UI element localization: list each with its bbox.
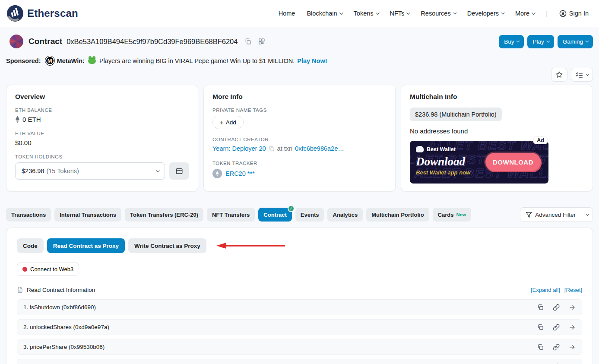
nav-more[interactable]: More <box>515 10 534 17</box>
best-wallet-ad[interactable]: ALLET BEST WALLET BEST ALLET BEST WALLET… <box>410 141 548 184</box>
permalink-icon[interactable] <box>553 324 560 331</box>
function-row-isShutdown[interactable]: 1. isShutdown (0xbf86d690) <box>17 299 582 315</box>
tab-nft-transfers[interactable]: NFT Transfers <box>207 208 255 222</box>
contract-address: 0xBe53A109B494E5c9f97b9Cd39Fe969BE68BF62… <box>67 38 238 46</box>
document-icon <box>17 286 23 293</box>
expand-arrow-icon[interactable] <box>569 324 576 330</box>
token-tracker-link[interactable]: ERC20 *** <box>225 170 255 177</box>
qr-code-icon[interactable] <box>258 38 265 45</box>
nav-home[interactable]: Home <box>279 10 295 17</box>
creation-txn-link[interactable]: 0xfc6be986a2e… <box>295 145 344 152</box>
expand-all-link[interactable]: [Expand all] <box>531 287 560 293</box>
more-info-card: More Info PRIVATE NAME TAGS + Add CONTRA… <box>203 85 396 192</box>
page-title: Contract <box>29 37 62 46</box>
expand-arrow-icon[interactable] <box>569 304 576 310</box>
ad-headline: Download <box>416 155 465 168</box>
play-button[interactable]: Play <box>527 35 554 48</box>
chevron-down-icon <box>546 39 550 42</box>
add-name-tag-button[interactable]: + Add <box>212 116 244 129</box>
chevron-down-icon <box>517 39 520 42</box>
ad-download-button[interactable]: DOWNLOAD <box>485 153 541 171</box>
favorite-button[interactable] <box>551 68 567 82</box>
nav-blockchain[interactable]: Blockchain <box>307 10 342 17</box>
tab-internal-transactions[interactable]: Internal Transactions <box>54 208 121 222</box>
no-addresses-text: No addresses found <box>410 127 584 135</box>
multichain-title: Multichain Info <box>410 93 584 101</box>
verified-check-icon: ✓ <box>288 205 295 212</box>
connection-status-icon <box>22 267 27 272</box>
nav-tokens[interactable]: Tokens <box>354 10 378 17</box>
ad-label: Ad <box>533 137 548 144</box>
subtab-write-contract-as-proxy[interactable]: Write Contract as Proxy <box>128 238 206 253</box>
contract-panel: Code Read Contract as Proxy Write Contra… <box>6 228 593 364</box>
gaming-button[interactable]: Gaming <box>558 35 593 48</box>
contract-creator-label: CONTRACT CREATOR <box>212 137 387 142</box>
chevron-down-icon <box>376 11 379 14</box>
multichain-portfolio-badge[interactable]: $236.98 (Multichain Portfolio) <box>410 108 502 121</box>
eth-value-value: $0.00 <box>15 139 189 146</box>
tab-token-transfers[interactable]: Token Transfers (ERC-20) <box>125 208 203 222</box>
nav-nfts[interactable]: NFTs <box>390 10 409 17</box>
token-holdings-dropdown[interactable]: $236.98 (15 Tokens) <box>15 162 165 180</box>
advanced-filter-dropdown[interactable] <box>581 208 593 222</box>
chevron-down-icon <box>407 11 410 14</box>
permalink-icon[interactable] <box>553 344 560 351</box>
subtab-code[interactable]: Code <box>17 238 44 253</box>
private-name-tags-label: PRIVATE NAME TAGS <box>212 108 387 113</box>
reset-link[interactable]: [Reset] <box>564 287 582 293</box>
tab-events[interactable]: Events <box>295 208 324 222</box>
advanced-filter-main[interactable]: Advanced Filter <box>520 208 581 222</box>
nav-developers[interactable]: Developers <box>467 10 504 17</box>
eth-balance-label: ETH BALANCE <box>15 108 189 113</box>
sign-in-button[interactable]: Sign In <box>559 10 589 17</box>
overview-title: Overview <box>15 93 189 101</box>
copy-address-icon[interactable] <box>244 38 251 45</box>
sponsored-banner: Sponsored: M MetaWin: Players are winnin… <box>6 56 593 65</box>
function-row-get_default_queue[interactable]: 4. get_default_queue (0xa9bbf1cc) <box>17 359 582 364</box>
etherscan-logo-icon <box>7 5 23 22</box>
tab-contract[interactable]: Contract ✓ <box>258 208 292 222</box>
new-badge: New <box>456 212 466 217</box>
function-row-pricePerShare[interactable]: 3. pricePerShare (0x99530b06) <box>17 339 582 355</box>
eth-balance-value: 0 ETH <box>22 116 41 123</box>
top-nav: Etherscan Home Blockchain Tokens NFTs Re… <box>0 0 599 27</box>
nav-divider: | <box>546 10 548 17</box>
sponsored-label: Sponsored: <box>6 57 41 64</box>
read-functions-list: 1. isShutdown (0xbf86d690) 2. unlockedSh… <box>17 299 582 364</box>
chevron-down-icon <box>339 11 343 14</box>
eth-diamond-icon <box>15 116 20 123</box>
chevron-down-icon <box>501 11 504 14</box>
view-options-button[interactable] <box>571 68 593 82</box>
etherscan-logo[interactable]: Etherscan <box>7 5 78 22</box>
function-row-unlockedShares[interactable]: 2. unlockedShares (0xd9a0e97a) <box>17 319 582 335</box>
tab-multichain-portfolio[interactable]: Multichain Portfolio <box>366 208 429 222</box>
connect-to-web3-button[interactable]: Connect to Web3 <box>17 263 79 276</box>
checklist-icon <box>576 72 583 78</box>
play-now-link[interactable]: Play Now! <box>297 57 327 64</box>
funnel-icon <box>526 212 532 218</box>
chevron-down-icon <box>156 168 159 172</box>
permalink-icon[interactable] <box>553 304 560 311</box>
expand-arrow-icon[interactable] <box>569 344 576 350</box>
tab-analytics[interactable]: Analytics <box>327 208 363 222</box>
sponsored-brand[interactable]: MetaWin: <box>57 57 85 64</box>
overview-card: Overview ETH BALANCE 0 ETH ETH VALUE $0.… <box>6 85 198 192</box>
tab-cards[interactable]: Cards New <box>433 208 471 222</box>
copy-creator-icon[interactable] <box>269 146 275 152</box>
copy-icon[interactable] <box>537 324 544 330</box>
ad-subline: Best Wallet app now <box>416 169 470 176</box>
star-icon <box>556 71 563 78</box>
creator-link[interactable]: Yearn: Deployer 20 <box>212 145 266 152</box>
chevron-down-icon <box>585 39 589 42</box>
copy-icon[interactable] <box>537 344 544 350</box>
copy-icon[interactable] <box>537 304 544 310</box>
wallet-button[interactable] <box>169 162 189 180</box>
token-tracker-label: TOKEN TRACKER <box>212 161 387 166</box>
eth-value-label: ETH VALUE <box>15 131 189 136</box>
logo-wordmark: Etherscan <box>27 7 78 19</box>
tab-transactions[interactable]: Transactions <box>6 208 51 222</box>
token-holdings-value: $236.98 <box>22 168 44 174</box>
subtab-read-contract-as-proxy[interactable]: Read Contract as Proxy <box>47 238 125 253</box>
buy-button[interactable]: Buy <box>499 35 524 48</box>
nav-resources[interactable]: Resources <box>421 10 455 17</box>
